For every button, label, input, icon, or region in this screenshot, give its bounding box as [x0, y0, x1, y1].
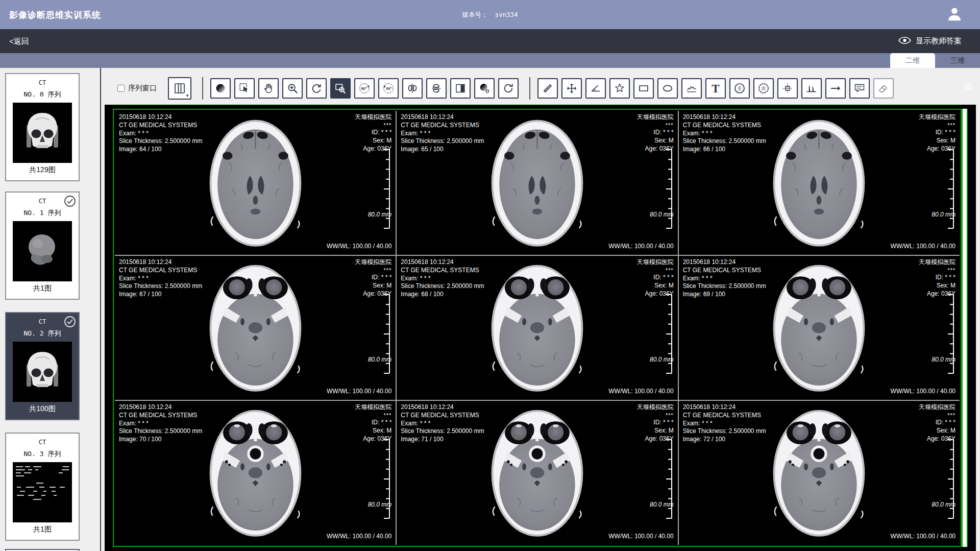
arrow-annotation-button[interactable]: [825, 78, 846, 99]
measure-angle-button[interactable]: [585, 78, 606, 99]
pan-button[interactable]: [258, 78, 279, 99]
viewer-cell[interactable]: 20150618 10:12:24 CT GE MEDICAL SYSTEMS …: [115, 401, 396, 545]
overlay-slice-thickness: Slice Thickness: 2.500000 mm: [401, 137, 484, 146]
series-thumbnail: [13, 342, 72, 402]
overlay-hospital: 天堰模拟医院: [919, 403, 955, 412]
sequence-window-checkbox[interactable]: 序列窗口: [117, 84, 157, 93]
overlay-hospital: 天堰模拟医院: [637, 403, 674, 412]
overlay-patient-id: ID: * * *: [355, 274, 391, 282]
viewer-cell[interactable]: 20150618 10:12:24 CT GE MEDICAL SYSTEMS …: [679, 401, 960, 545]
window-level-preset-button[interactable]: [474, 78, 495, 99]
viewer-cell[interactable]: 20150618 10:12:24 CT GE MEDICAL SYSTEMS …: [397, 111, 677, 255]
overlay-slice-thickness: Slice Thickness: 2.500000 mm: [683, 137, 766, 146]
overlay-slice-thickness: Slice Thickness: 2.500000 mm: [401, 282, 484, 291]
curve-profile-button[interactable]: [681, 78, 702, 99]
ellipse-roi-button[interactable]: [657, 78, 678, 99]
overlay-datetime: 20150618 10:12:24: [401, 403, 484, 412]
viewer-cell[interactable]: 20150618 10:12:24 CT GE MEDICAL SYSTEMS …: [397, 401, 677, 545]
overlay-stars: ***: [919, 122, 955, 129]
layout-button[interactable]: ▼: [168, 77, 191, 100]
zoom-button[interactable]: [282, 78, 303, 99]
rotate-90-ccw-button[interactable]: 90°: [354, 78, 375, 99]
overlay-device: CT GE MEDICAL SYSTEMS: [401, 122, 484, 130]
overlay-datetime: 20150618 10:12:24: [401, 258, 484, 267]
reset-button[interactable]: [498, 78, 519, 99]
viewer-cell[interactable]: 20150618 10:12:24 CT GE MEDICAL SYSTEMS …: [115, 111, 396, 255]
overlay-exam: Exam: * * *: [683, 275, 766, 283]
overlay-slice-thickness: Slice Thickness: 2.500000 mm: [401, 427, 484, 436]
overlay-patient-id: ID: * * *: [919, 129, 955, 137]
window-level-button[interactable]: [210, 78, 231, 99]
overlay-wwwl: WW/WL: 100.00 / 40.00: [891, 243, 955, 251]
rect-roi-button[interactable]: [633, 78, 654, 99]
viewer-cell[interactable]: 20150618 10:12:24 CT GE MEDICAL SYSTEMS …: [115, 256, 396, 400]
overlay-image-index: Image: 71 / 100: [401, 436, 484, 444]
series-card-partial: [5, 549, 80, 551]
invert-button[interactable]: [450, 78, 471, 99]
series-checked-icon: [64, 316, 76, 328]
flip-horizontal-button[interactable]: [402, 78, 423, 99]
viewer-cell[interactable]: 20150618 10:12:24 CT GE MEDICAL SYSTEMS …: [679, 256, 960, 400]
zoom-region-button[interactable]: [330, 78, 351, 99]
comment-button[interactable]: [849, 78, 870, 99]
overlay-patient-id: ID: * * *: [919, 419, 955, 427]
primary-mark-button[interactable]: 主: [729, 78, 750, 99]
show-teacher-answer-button[interactable]: 显示教师答案: [898, 29, 962, 53]
viewer-scrollbar[interactable]: [962, 109, 968, 547]
back-button[interactable]: <返回: [9, 29, 29, 53]
series-card[interactable]: CT NO. 3 序列 共1图: [5, 433, 80, 541]
overlay-exam: Exam: * * *: [119, 275, 202, 283]
profile-peaks-button[interactable]: [801, 78, 822, 99]
overlay-datetime: 20150618 10:12:24: [683, 258, 766, 267]
overlay-slice-thickness: Slice Thickness: 2.500000 mm: [683, 282, 766, 291]
overlay-datetime: 20150618 10:12:24: [401, 113, 484, 122]
user-icon[interactable]: [944, 4, 965, 25]
overlay-wwwl: WW/WL: 100.00 / 40.00: [327, 243, 391, 251]
overlay-hospital: 天堰模拟医院: [637, 113, 674, 122]
series-count: 共1图: [6, 284, 79, 293]
app-header: 影像诊断思维实训系统 版本号：svn334: [0, 0, 980, 29]
overlay-image-index: Image: 65 / 100: [401, 146, 484, 154]
overlay-image-index: Image: 68 / 100: [401, 291, 484, 299]
series-count: 共100图: [6, 404, 79, 414]
flip-vertical-button[interactable]: [426, 78, 447, 99]
polygon-star-button[interactable]: [609, 78, 630, 99]
overlay-scale-label: 80.0 mm: [932, 501, 955, 509]
secondary-mark-button[interactable]: 次: [753, 78, 774, 99]
center-locate-button[interactable]: [777, 78, 798, 99]
text-annotation-button[interactable]: T: [705, 78, 726, 99]
sequence-window-checkbox-input[interactable]: [117, 85, 125, 92]
viewer-cell[interactable]: 20150618 10:12:24 CT GE MEDICAL SYSTEMS …: [679, 111, 960, 255]
overlay-stars: ***: [919, 412, 955, 419]
rotate-button[interactable]: [306, 78, 327, 99]
series-card[interactable]: CT NO. 1 序列 共1图: [5, 191, 80, 300]
rotate-90-cw-button[interactable]: 90°: [378, 78, 399, 99]
overlay-patient-id: ID: * * *: [637, 274, 674, 282]
version-info: 版本号：svn334: [462, 10, 518, 19]
overlay-stars: ***: [637, 412, 674, 419]
overlay-scale-label: 80.0 mm: [932, 211, 955, 219]
tab-3d[interactable]: 三维: [935, 53, 980, 68]
measure-length-button[interactable]: [537, 78, 558, 99]
overlay-sex: Sex: M: [637, 282, 674, 290]
overlay-exam: Exam: * * *: [683, 420, 766, 428]
crosshair-button[interactable]: [561, 78, 582, 99]
overlay-slice-thickness: Slice Thickness: 2.500000 mm: [683, 427, 766, 436]
select-button[interactable]: [234, 78, 255, 99]
overlay-wwwl: WW/WL: 100.00 / 40.00: [327, 533, 391, 541]
series-card[interactable]: CT NO. 2 序列 共100图: [5, 312, 80, 420]
series-thumbnail: [13, 221, 72, 281]
viewer-grid-frame: 20150618 10:12:24 CT GE MEDICAL SYSTEMS …: [113, 109, 962, 547]
overlay-stars: ***: [355, 412, 391, 419]
toolbar-collapse-icon[interactable]: [962, 81, 975, 94]
tab-2d[interactable]: 二维: [890, 53, 935, 68]
viewer-cell[interactable]: 20150618 10:12:24 CT GE MEDICAL SYSTEMS …: [397, 256, 677, 400]
series-card[interactable]: CT NO. 0 序列 共129图: [5, 73, 80, 181]
eraser-button[interactable]: [873, 78, 894, 99]
overlay-exam: Exam: * * *: [119, 130, 202, 138]
series-title: NO. 3 序列: [6, 449, 79, 459]
overlay-patient-id: ID: * * *: [355, 129, 391, 137]
series-count: 共1图: [6, 525, 79, 534]
overlay-scale-label: 80.0 mm: [650, 211, 674, 219]
series-title: NO. 0 序列: [6, 90, 79, 99]
